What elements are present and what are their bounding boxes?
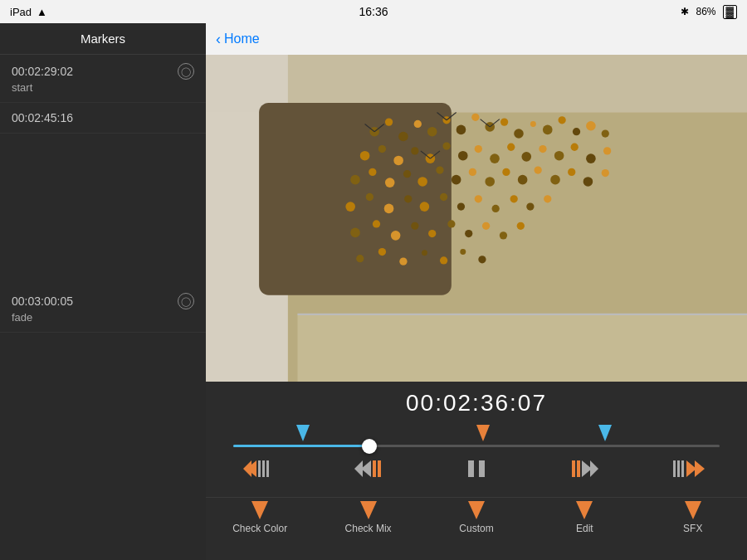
sidebar-title: Markers: [81, 32, 125, 46]
status-time: 16:36: [359, 5, 388, 18]
device-label: iPad: [10, 6, 32, 18]
pause-button[interactable]: [453, 450, 500, 487]
bottom-toolbar: Check Color Check Mix Custom Edit: [206, 497, 747, 541]
battery-icon: ▓: [723, 5, 737, 19]
marker-clock-icon-3: ◯: [178, 293, 194, 309]
check-mix-label: Check Mix: [345, 523, 392, 534]
rewind-icon: [353, 455, 389, 482]
status-right: ✱ 86% ▓: [681, 5, 737, 19]
pause-icon: [461, 455, 491, 482]
marker-time-row-2: 00:02:45:16: [12, 111, 194, 124]
main-layout: Markers 00:02:29:02 ◯ start 00:02:45:16 …: [0, 23, 747, 560]
fast-forward-button[interactable]: [663, 450, 720, 487]
timecode-display: 00:02:36:07: [406, 382, 547, 421]
marker-label-3: fade: [12, 309, 194, 329]
marker-time-3: 00:03:00:05: [12, 295, 73, 308]
scrubber-fill: [233, 445, 369, 447]
video-frame: [206, 55, 747, 382]
rewind-button[interactable]: [344, 450, 398, 487]
scrubber-thumb[interactable]: [362, 439, 377, 454]
svg-rect-96: [262, 460, 265, 477]
svg-rect-95: [258, 460, 261, 477]
svg-marker-112: [695, 460, 705, 477]
svg-rect-102: [468, 460, 474, 477]
wifi-icon: ▲: [37, 6, 47, 18]
scrubber-track[interactable]: [233, 445, 720, 447]
fast-forward-icon: [671, 455, 711, 482]
marker-flag-orange-1: [476, 425, 490, 441]
content-area: ‹ Home: [206, 23, 747, 560]
edit-label: Edit: [576, 523, 593, 534]
marker-time-row-1: 00:02:29:02 ◯: [12, 63, 194, 80]
rewind-fast-button[interactable]: [233, 450, 290, 487]
marker-time-1: 00:02:29:02: [12, 65, 73, 78]
forward-icon: [564, 455, 600, 482]
svg-rect-103: [479, 460, 485, 477]
marker-flag-blue-1: [296, 425, 310, 441]
marker-item-2[interactable]: 00:02:45:16: [0, 103, 206, 134]
marker-time-row-3: 00:03:00:05 ◯: [12, 293, 194, 309]
nav-bar: ‹ Home: [206, 23, 747, 55]
status-bar: iPad ▲ 16:36 ✱ 86% ▓: [0, 0, 747, 23]
sfx-flag-icon: [685, 501, 701, 519]
forward-button[interactable]: [555, 450, 608, 487]
toolbar-item-sfx[interactable]: SFX: [664, 501, 722, 534]
svg-rect-91: [297, 314, 747, 382]
marker-time-2: 00:02:45:16: [12, 111, 73, 124]
back-chevron-icon: ‹: [216, 31, 221, 48]
sfx-label: SFX: [683, 523, 702, 534]
svg-marker-94: [243, 460, 251, 477]
marker-flags-row: [233, 421, 720, 445]
svg-rect-110: [681, 460, 684, 477]
home-button[interactable]: ‹ Home: [216, 31, 260, 48]
bluetooth-icon: ✱: [681, 6, 689, 17]
svg-rect-97: [266, 460, 269, 477]
svg-marker-99: [354, 460, 363, 477]
svg-rect-105: [577, 460, 580, 477]
controls-panel: 00:02:36:07: [206, 382, 747, 560]
check-color-label: Check Color: [232, 523, 287, 534]
custom-flag-icon: [468, 501, 485, 519]
svg-rect-109: [677, 460, 680, 477]
video-area: [206, 55, 747, 382]
check-mix-flag-icon: [360, 501, 377, 519]
transport-row: [233, 450, 720, 487]
svg-rect-104: [572, 460, 575, 477]
sidebar: Markers 00:02:29:02 ◯ start 00:02:45:16 …: [0, 23, 206, 560]
custom-label: Custom: [459, 523, 493, 534]
status-left: iPad ▲: [10, 6, 47, 18]
toolbar-item-edit[interactable]: Edit: [555, 501, 613, 534]
edit-flag-icon: [576, 501, 593, 519]
sidebar-header: Markers: [0, 23, 206, 55]
marker-flag-blue-2: [598, 425, 612, 441]
svg-rect-101: [378, 460, 381, 477]
home-label: Home: [224, 32, 260, 46]
marker-item-1[interactable]: 00:02:29:02 ◯ start: [0, 55, 206, 103]
battery-percent: 86%: [696, 6, 715, 17]
marker-item-3[interactable]: 00:03:00:05 ◯ fade: [0, 285, 206, 333]
toolbar-item-check-mix[interactable]: Check Mix: [339, 501, 398, 534]
svg-marker-107: [590, 460, 598, 477]
svg-rect-108: [673, 460, 676, 477]
marker-label-1: start: [12, 80, 194, 99]
svg-rect-100: [373, 460, 376, 477]
marker-clock-icon-1: ◯: [178, 63, 194, 80]
scrubber-area[interactable]: [233, 421, 720, 447]
rewind-fast-icon: [242, 455, 281, 482]
toolbar-item-custom[interactable]: Custom: [447, 501, 505, 534]
check-color-flag-icon: [251, 501, 268, 519]
toolbar-item-check-color[interactable]: Check Color: [231, 501, 289, 534]
